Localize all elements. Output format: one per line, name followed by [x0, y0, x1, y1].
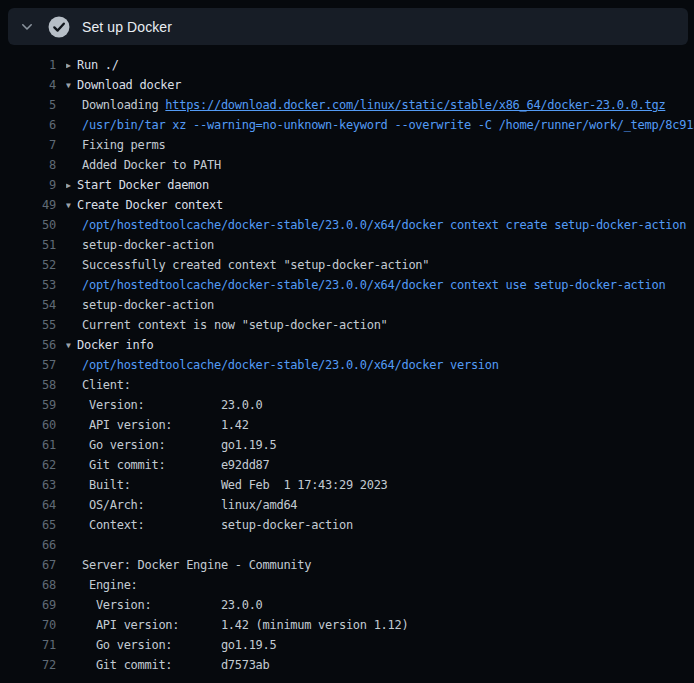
line-number[interactable]: 72 [0, 655, 56, 675]
line-number[interactable]: 54 [0, 295, 56, 315]
caret-right-icon[interactable]: ▶ [66, 176, 77, 195]
line-number[interactable]: 1 [0, 55, 56, 75]
line-content: /usr/bin/tar xz --warning=no-unknown-key… [66, 115, 694, 135]
line-number[interactable]: 66 [0, 535, 56, 555]
log-line: 59 Version: 23.0.0 [0, 395, 694, 415]
line-number[interactable]: 59 [0, 395, 56, 415]
log-line: 68 Engine: [0, 575, 694, 595]
group-title[interactable]: Start Docker daemon [77, 178, 209, 192]
log-line: 5Downloading https://download.docker.com… [0, 95, 694, 115]
log-line: 58Client: [0, 375, 694, 395]
line-content: ▼Download docker [66, 75, 694, 95]
group-title[interactable]: Docker info [77, 338, 153, 352]
line-number[interactable]: 5 [0, 95, 56, 115]
log-line: 61 Go version: go1.19.5 [0, 435, 694, 455]
group-title[interactable]: Run ./ [77, 58, 119, 72]
step-header[interactable]: Set up Docker [8, 8, 688, 45]
group-title[interactable]: Download docker [77, 78, 181, 92]
line-content: /opt/hostedtoolcache/docker-stable/23.0.… [66, 355, 694, 375]
line-content: Current context is now "setup-docker-act… [66, 315, 694, 335]
log-text: API version: 1.42 (minimum version 1.12) [82, 618, 408, 632]
log-text: OS/Arch: linux/amd64 [82, 498, 297, 512]
line-content: Git commit: d7573ab [66, 655, 694, 675]
log-line: 53/opt/hostedtoolcache/docker-stable/23.… [0, 275, 694, 295]
line-content: Built: Wed Feb 1 17:43:29 2023 [66, 475, 694, 495]
line-content: Downloading https://download.docker.com/… [66, 95, 694, 115]
log-text: Go version: go1.19.5 [82, 638, 276, 652]
line-number[interactable]: 56 [0, 335, 56, 355]
log-line: 72 Git commit: d7573ab [0, 655, 694, 675]
caret-down-icon[interactable]: ▼ [66, 76, 77, 95]
log-line: 55Current context is now "setup-docker-a… [0, 315, 694, 335]
line-content: Successfully created context "setup-dock… [66, 255, 694, 275]
line-number[interactable]: 65 [0, 515, 56, 535]
line-number[interactable]: 61 [0, 435, 56, 455]
log-text: Engine: [82, 578, 138, 592]
line-number[interactable]: 7 [0, 135, 56, 155]
log-line: 52Successfully created context "setup-do… [0, 255, 694, 275]
log-line[interactable]: 9▶Start Docker daemon [0, 175, 694, 195]
line-content: API version: 1.42 [66, 415, 694, 435]
caret-down-icon[interactable]: ▼ [66, 196, 77, 215]
caret-right-icon[interactable]: ▶ [66, 56, 77, 75]
line-number[interactable]: 9 [0, 175, 56, 195]
log-line: 62 Git commit: e92dd87 [0, 455, 694, 475]
command-text: /opt/hostedtoolcache/docker-stable/23.0.… [82, 218, 686, 232]
log-line: 67Server: Docker Engine - Community [0, 555, 694, 575]
line-content: Added Docker to PATH [66, 155, 694, 175]
log-line: 51setup-docker-action [0, 235, 694, 255]
line-number[interactable]: 58 [0, 375, 56, 395]
log-text: Version: 23.0.0 [82, 398, 263, 412]
line-number[interactable]: 63 [0, 475, 56, 495]
line-number[interactable]: 69 [0, 595, 56, 615]
command-text: /opt/hostedtoolcache/docker-stable/23.0.… [82, 358, 499, 372]
line-number[interactable]: 64 [0, 495, 56, 515]
log-text: Server: Docker Engine - Community [82, 558, 311, 572]
log-text: setup-docker-action [82, 238, 214, 252]
line-number[interactable]: 53 [0, 275, 56, 295]
log-line: 54setup-docker-action [0, 295, 694, 315]
log-line: 63 Built: Wed Feb 1 17:43:29 2023 [0, 475, 694, 495]
log-line[interactable]: 56▼Docker info [0, 335, 694, 355]
line-number[interactable]: 55 [0, 315, 56, 335]
line-number[interactable]: 68 [0, 575, 56, 595]
log-text: Version: 23.0.0 [82, 598, 263, 612]
line-number[interactable]: 52 [0, 255, 56, 275]
line-number[interactable]: 70 [0, 615, 56, 635]
line-number[interactable]: 57 [0, 355, 56, 375]
log-text: Current context is now "setup-docker-act… [82, 318, 388, 332]
log-text: Added Docker to PATH [82, 158, 221, 172]
line-number[interactable]: 71 [0, 635, 56, 655]
line-content: ▼Docker info [66, 335, 694, 355]
log-line[interactable]: 1▶Run ./ [0, 55, 694, 75]
line-number[interactable]: 49 [0, 195, 56, 215]
line-number[interactable]: 60 [0, 415, 56, 435]
line-content [66, 535, 694, 555]
command-text: /opt/hostedtoolcache/docker-stable/23.0.… [82, 278, 665, 292]
log-line: 6/usr/bin/tar xz --warning=no-unknown-ke… [0, 115, 694, 135]
line-content: Client: [66, 375, 694, 395]
line-content: Go version: go1.19.5 [66, 435, 694, 455]
line-number[interactable]: 67 [0, 555, 56, 575]
line-number[interactable]: 50 [0, 215, 56, 235]
line-number[interactable]: 8 [0, 155, 56, 175]
chevron-down-icon[interactable] [19, 19, 35, 35]
line-number[interactable]: 51 [0, 235, 56, 255]
line-content: Go version: go1.19.5 [66, 635, 694, 655]
log-line[interactable]: 49▼Create Docker context [0, 195, 694, 215]
group-title[interactable]: Create Docker context [77, 198, 223, 212]
log-text: Built: Wed Feb 1 17:43:29 2023 [82, 478, 388, 492]
line-content: Git commit: e92dd87 [66, 455, 694, 475]
line-content: Fixing perms [66, 135, 694, 155]
log-line: 71 Go version: go1.19.5 [0, 635, 694, 655]
log-line: 66 [0, 535, 694, 555]
line-number[interactable]: 62 [0, 455, 56, 475]
log-link[interactable]: https://download.docker.com/linux/static… [165, 98, 665, 112]
line-content: OS/Arch: linux/amd64 [66, 495, 694, 515]
log-line[interactable]: 4▼Download docker [0, 75, 694, 95]
line-number[interactable]: 4 [0, 75, 56, 95]
caret-down-icon[interactable]: ▼ [66, 336, 77, 355]
line-number[interactable]: 6 [0, 115, 56, 135]
check-circle-icon [48, 16, 70, 38]
log-text: API version: 1.42 [82, 418, 249, 432]
